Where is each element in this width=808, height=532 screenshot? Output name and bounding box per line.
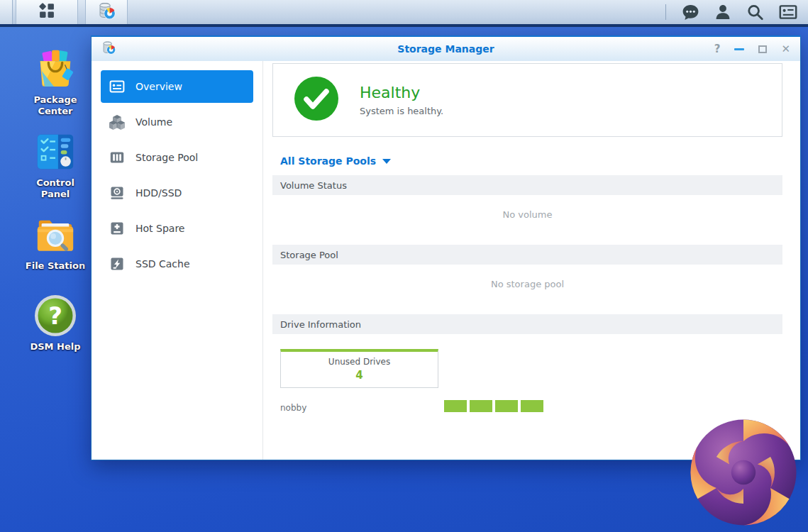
section-header-volume-status: Volume Status [272, 175, 782, 195]
storage-pool-empty-state: No storage pool [272, 279, 782, 290]
shortcut-label: DSM Help [21, 341, 89, 353]
drive-slot [521, 400, 543, 412]
sidebar-item-hdd-ssd[interactable]: HDD/SSD [101, 177, 253, 209]
chevron-down-icon [382, 159, 391, 164]
plus-drive-icon [109, 221, 125, 236]
unused-drives-card: Unused Drives 4 [280, 349, 438, 388]
disk-icon [109, 185, 125, 201]
healthy-check-icon [294, 77, 338, 123]
window-title: Storage Manager [92, 43, 800, 55]
cubes-icon [109, 114, 125, 130]
taskbar-edge-strip [0, 0, 13, 24]
drive-slot [470, 400, 492, 412]
overview-content: Healthy System is healthy. All Storage P… [263, 61, 800, 460]
rack-icon [109, 150, 125, 165]
health-status-panel: Healthy System is healthy. [272, 63, 782, 137]
window-body: Overview [92, 61, 800, 460]
bolt-drive-icon [109, 256, 125, 272]
storage-manager-app-icon [97, 1, 116, 23]
user-icon[interactable] [714, 3, 732, 21]
close-button[interactable]: ✕ [781, 44, 790, 55]
section-header-drive-information: Drive Information [272, 314, 782, 334]
shortcut-file-station[interactable]: File Station [21, 213, 89, 272]
health-title: Healthy [360, 84, 443, 101]
unused-drives-label: Unused Drives [281, 357, 438, 367]
shortcut-package-center[interactable]: Package Center [21, 47, 89, 118]
sidebar-item-storage-pool[interactable]: Storage Pool [101, 141, 253, 174]
sidebar-item-label: Storage Pool [135, 152, 198, 163]
sidebar-item-label: Hot Spare [135, 223, 184, 234]
shortcut-label: File Station [21, 260, 89, 272]
apps-grid-icon [38, 2, 55, 22]
section-header-storage-pool: Storage Pool [272, 245, 782, 265]
storage-manager-app-icon [101, 40, 116, 58]
titlebar[interactable]: Storage Manager ? ✕ [92, 37, 800, 61]
sidebar-item-hot-spare[interactable]: Hot Spare [101, 212, 253, 245]
storage-manager-taskbar-button[interactable] [85, 0, 128, 24]
section-header-label: Volume Status [280, 180, 347, 191]
shortcut-dsm-help[interactable]: ? DSM Help [21, 294, 89, 353]
taskbar-right-tray [665, 0, 808, 24]
health-text: Healthy System is healthy. [360, 84, 443, 116]
section-header-label: Storage Pool [280, 250, 338, 260]
maximize-button[interactable] [758, 45, 767, 53]
host-name: nobby [280, 403, 306, 413]
unused-drives-count: 4 [281, 369, 438, 382]
dsm-help-icon: ? [21, 294, 89, 338]
control-panel-icon [21, 130, 89, 174]
overview-card-icon [109, 79, 125, 94]
taskbar-divider [665, 4, 666, 20]
shortcut-control-panel[interactable]: Control Panel [21, 130, 89, 201]
desktop: { "taskbar": { "main_menu_icon": "apps-g… [0, 0, 808, 532]
search-icon[interactable] [746, 3, 765, 22]
question-mark-glyph: ? [48, 301, 62, 330]
storage-manager-window: Storage Manager ? ✕ Overview [91, 35, 801, 460]
drive-slot [444, 400, 467, 412]
package-center-icon [21, 47, 89, 91]
shortcut-label: Control Panel [21, 177, 89, 201]
window-controls: ? ✕ [714, 44, 790, 55]
chat-icon[interactable] [681, 3, 700, 22]
volume-empty-state: No volume [272, 209, 782, 221]
sidebar-item-overview[interactable]: Overview [101, 70, 253, 103]
drive-slot [495, 400, 518, 412]
host-drive-row: nobby [272, 400, 782, 413]
sidebar-item-label: SSD Cache [135, 258, 190, 270]
storage-pool-filter-dropdown[interactable]: All Storage Pools [272, 154, 391, 168]
drive-slot-bars [444, 400, 543, 412]
file-station-icon [21, 213, 89, 257]
widgets-icon[interactable] [778, 2, 798, 22]
help-button[interactable]: ? [714, 44, 721, 55]
sidebar-item-label: HDD/SSD [135, 187, 182, 199]
sidebar-item-ssd-cache[interactable]: SSD Cache [101, 248, 253, 280]
sidebar: Overview [92, 61, 263, 460]
taskbar [0, 0, 808, 27]
main-menu-button[interactable] [16, 0, 78, 24]
health-subtitle: System is healthy. [360, 106, 443, 116]
sidebar-item-label: Volume [135, 116, 172, 128]
shortcut-label: Package Center [21, 94, 89, 118]
section-header-label: Drive Information [280, 319, 361, 330]
pool-filter-label: All Storage Pools [280, 155, 376, 167]
minimize-button[interactable] [734, 48, 744, 50]
sidebar-item-label: Overview [135, 81, 182, 92]
sidebar-item-volume[interactable]: Volume [101, 106, 253, 138]
